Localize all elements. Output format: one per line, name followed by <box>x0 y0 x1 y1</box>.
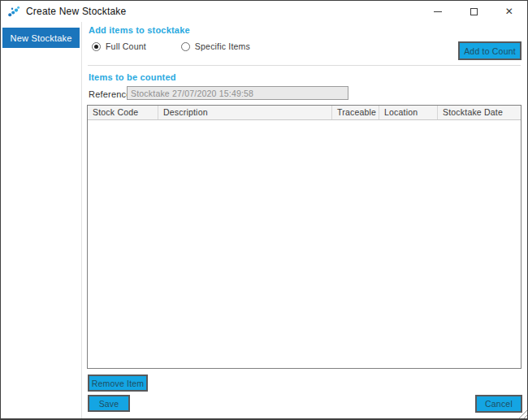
count-type-radio-group: Full Count Specific Items <box>92 41 250 51</box>
close-icon: ✕ <box>505 6 513 16</box>
title-bar: Create New Stocktake ✕ <box>1 1 527 22</box>
remove-item-button[interactable]: Remove Item <box>88 375 148 392</box>
create-new-stocktake-window: Create New Stocktake ✕ New Stocktake Add… <box>0 0 528 420</box>
add-to-count-button[interactable]: Add to Count <box>458 41 522 60</box>
full-count-radio-label: Full Count <box>106 41 146 51</box>
column-header-location[interactable]: Location <box>379 106 438 119</box>
column-header-traceable[interactable]: Traceable <box>332 106 379 119</box>
column-header-stocktake-date[interactable]: Stocktake Date <box>438 106 521 119</box>
cancel-button-label: Cancel <box>485 399 513 409</box>
grid-header-row: Stock Code Description Traceable Locatio… <box>88 106 521 120</box>
maximize-icon <box>470 8 478 15</box>
items-to-be-counted-heading: Items to be counted <box>89 72 176 82</box>
add-to-count-button-label: Add to Count <box>464 46 516 56</box>
minimize-button[interactable] <box>420 1 456 22</box>
sidebar: New Stocktake <box>1 22 82 418</box>
full-count-radio[interactable] <box>92 42 101 51</box>
sidebar-item-label: New Stocktake <box>11 33 72 43</box>
stocktake-items-grid: Stock Code Description Traceable Locatio… <box>87 105 522 369</box>
cancel-button[interactable]: Cancel <box>475 395 522 413</box>
add-items-heading: Add items to stocktake <box>89 25 190 35</box>
save-button[interactable]: Save <box>88 395 130 412</box>
section-divider <box>88 65 521 66</box>
specific-items-radio-label: Specific Items <box>195 41 250 51</box>
column-header-stock-code[interactable]: Stock Code <box>88 106 158 119</box>
main-content: Add items to stocktake Full Count Specif… <box>83 22 527 418</box>
window-controls: ✕ <box>420 1 527 22</box>
minimize-icon <box>434 11 442 12</box>
remove-item-button-label: Remove Item <box>92 379 145 388</box>
save-button-label: Save <box>99 399 119 409</box>
sidebar-item-new-stocktake[interactable]: New Stocktake <box>2 28 80 48</box>
close-button[interactable]: ✕ <box>491 1 527 22</box>
column-header-description[interactable]: Description <box>158 106 332 119</box>
reference-input[interactable] <box>127 86 348 100</box>
specific-items-radio[interactable] <box>181 42 190 51</box>
app-logo-icon <box>7 5 20 18</box>
maximize-button[interactable] <box>456 1 491 22</box>
window-title: Create New Stocktake <box>26 6 126 17</box>
